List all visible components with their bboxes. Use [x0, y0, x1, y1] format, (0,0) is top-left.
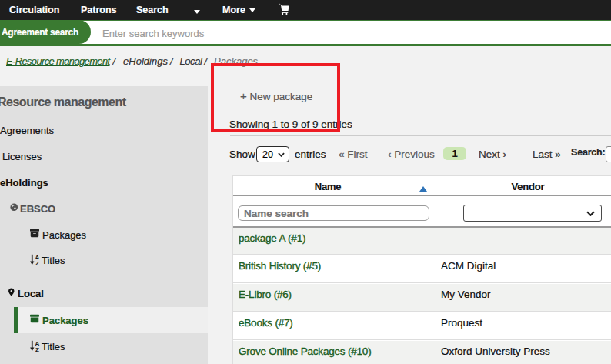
svg-text:Z: Z: [35, 260, 39, 265]
svg-text:Z: Z: [35, 346, 39, 352]
